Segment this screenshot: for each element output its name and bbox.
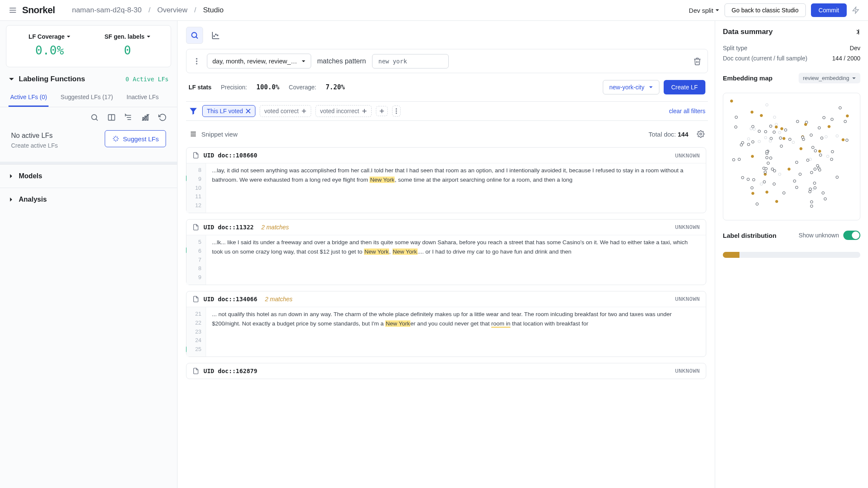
show-unknown-toggle[interactable]: [843, 231, 860, 240]
lightning-icon[interactable]: [852, 6, 859, 14]
embedding-point[interactable]: [818, 168, 821, 171]
chip-voted-correct[interactable]: voted correct: [260, 105, 311, 117]
tab-suggested-lfs[interactable]: Suggested LFs (17): [59, 89, 115, 107]
embedding-point[interactable]: [769, 125, 772, 128]
embedding-point[interactable]: [753, 128, 756, 131]
menu-icon[interactable]: [9, 6, 17, 14]
models-section[interactable]: Models: [0, 164, 177, 188]
embedding-point[interactable]: [808, 190, 811, 193]
embedding-point[interactable]: [796, 120, 799, 123]
list-sort-icon[interactable]: [124, 113, 133, 122]
embedding-point[interactable]: [747, 143, 750, 146]
embedding-point[interactable]: [778, 131, 781, 134]
embedding-point[interactable]: [732, 158, 735, 161]
embedding-point-labeled[interactable]: [780, 127, 783, 130]
embedding-point[interactable]: [839, 106, 842, 109]
embedding-point[interactable]: [822, 191, 825, 194]
doc-card[interactable]: UID doc::134066 2 matches UNKNOWN2122232…: [186, 291, 706, 357]
crumb-overview[interactable]: Overview: [157, 6, 187, 14]
undo-icon[interactable]: [158, 113, 167, 122]
embedding-point[interactable]: [765, 156, 768, 159]
crumb-project[interactable]: naman-sam-d2q-8-30: [72, 6, 141, 14]
doc-card[interactable]: UID doc::108660 UNKNOWN89101112...lay, i…: [186, 147, 706, 213]
embedding-point-labeled[interactable]: [788, 168, 791, 171]
embedding-point[interactable]: [764, 130, 767, 133]
embedding-point[interactable]: [831, 118, 834, 121]
embedding-point[interactable]: [769, 140, 772, 143]
embedding-point[interactable]: [741, 176, 744, 179]
doc-card[interactable]: UID doc::162879 UNKNOWN: [186, 363, 706, 379]
embedding-point[interactable]: [765, 167, 768, 170]
embedding-point[interactable]: [738, 158, 741, 161]
embedding-point-labeled[interactable]: [842, 138, 845, 141]
embedding-point[interactable]: [734, 126, 737, 128]
stats-icon[interactable]: [141, 113, 150, 122]
embedding-point-labeled[interactable]: [760, 114, 763, 117]
embedding-point[interactable]: [747, 178, 750, 181]
pattern-input[interactable]: new york: [372, 54, 449, 68]
snippet-view-icon[interactable]: [189, 130, 197, 138]
embedding-select[interactable]: review_embedding: [799, 73, 860, 83]
search-icon[interactable]: [90, 113, 99, 122]
target-label-dropdown[interactable]: new-york-city: [603, 80, 659, 94]
embedding-point[interactable]: [773, 131, 776, 134]
embedding-point[interactable]: [826, 155, 829, 158]
embedding-point-labeled[interactable]: [804, 123, 807, 126]
embedding-point[interactable]: [758, 140, 761, 143]
embedding-point[interactable]: [799, 173, 802, 176]
embedding-point[interactable]: [779, 137, 782, 140]
embedding-point-labeled[interactable]: [751, 192, 754, 195]
embedding-point[interactable]: [813, 182, 816, 185]
embedding-point[interactable]: [784, 128, 787, 131]
embedding-point[interactable]: [844, 120, 847, 123]
embedding-point[interactable]: [814, 168, 816, 171]
embedding-point[interactable]: [810, 171, 813, 174]
chart-mode-icon[interactable]: [211, 30, 221, 40]
tab-active-lfs[interactable]: Active LFs (0): [9, 89, 49, 107]
embedding-point-labeled[interactable]: [818, 150, 821, 153]
embedding-point[interactable]: [806, 159, 809, 162]
labeling-functions-header[interactable]: Labeling Functions 0 Active LFs: [0, 67, 177, 89]
embedding-point[interactable]: [735, 116, 738, 119]
columns-icon[interactable]: [107, 113, 116, 122]
embedding-point[interactable]: [769, 157, 772, 160]
analysis-section[interactable]: Analysis: [0, 188, 177, 211]
embedding-point[interactable]: [810, 200, 813, 203]
chip-this-lf-voted[interactable]: This LF voted: [202, 105, 255, 117]
close-icon[interactable]: [246, 108, 251, 114]
embedding-point[interactable]: [795, 186, 798, 189]
logo[interactable]: Snorkel: [22, 5, 55, 16]
embedding-point[interactable]: [792, 141, 795, 144]
embedding-point[interactable]: [830, 158, 833, 161]
embedding-point-labeled[interactable]: [751, 111, 753, 114]
embedding-point[interactable]: [750, 127, 753, 130]
embedding-point[interactable]: [767, 162, 770, 165]
embedding-point[interactable]: [822, 116, 825, 119]
embedding-point[interactable]: [756, 203, 759, 205]
doc-card[interactable]: UID doc::11322 2 matches UNKNOWN56789...…: [186, 219, 706, 285]
embedding-point[interactable]: [764, 136, 767, 139]
go-classic-button[interactable]: Go back to classic Studio: [725, 3, 806, 17]
lf-coverage-metric[interactable]: LF Coverage 0.0%: [11, 33, 89, 57]
embedding-point[interactable]: [751, 140, 754, 143]
crumb-studio[interactable]: Studio: [203, 6, 223, 14]
trash-icon[interactable]: [693, 57, 702, 66]
tab-inactive-lfs[interactable]: Inactive LFs: [125, 89, 160, 107]
embedding-map[interactable]: [723, 93, 860, 220]
embedding-point[interactable]: [778, 173, 781, 176]
embedding-point[interactable]: [758, 130, 761, 133]
embedding-point[interactable]: [760, 183, 763, 185]
embedding-point-labeled[interactable]: [782, 137, 785, 140]
doc-list[interactable]: UID doc::108660 UNKNOWN89101112...lay, i…: [186, 147, 708, 488]
embedding-point[interactable]: [814, 149, 817, 152]
embedding-point[interactable]: [751, 186, 753, 189]
embedding-point[interactable]: [771, 168, 774, 171]
embedding-point[interactable]: [836, 134, 839, 137]
embedding-point-labeled[interactable]: [846, 114, 849, 117]
embedding-point-labeled[interactable]: [751, 155, 754, 158]
embedding-point[interactable]: [763, 180, 766, 183]
embedding-point-labeled[interactable]: [799, 147, 802, 150]
embedding-point-labeled[interactable]: [828, 125, 831, 128]
filter-icon[interactable]: [189, 106, 198, 116]
embedding-point[interactable]: [820, 137, 823, 140]
